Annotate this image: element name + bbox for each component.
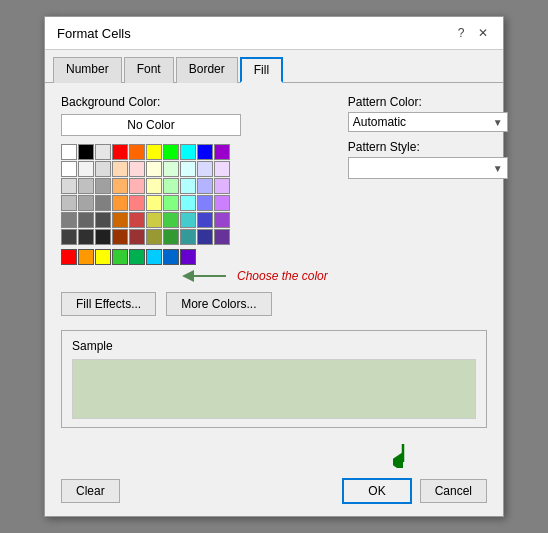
color-cell[interactable]	[146, 229, 162, 245]
color-cell[interactable]	[197, 229, 213, 245]
tab-number[interactable]: Number	[53, 57, 122, 83]
clear-button[interactable]: Clear	[61, 479, 120, 503]
color-cell[interactable]	[180, 212, 196, 228]
color-cell[interactable]	[61, 229, 77, 245]
color-cell[interactable]	[95, 178, 111, 194]
color-cell[interactable]	[146, 178, 162, 194]
color-cell[interactable]	[61, 195, 77, 211]
effects-row: Fill Effects... More Colors...	[61, 292, 328, 316]
color-cell[interactable]	[112, 229, 128, 245]
color-cell[interactable]	[197, 178, 213, 194]
color-cell[interactable]	[95, 144, 111, 160]
color-cell[interactable]	[197, 144, 213, 160]
pattern-color-value: Automatic	[353, 115, 406, 129]
color-cell[interactable]	[95, 229, 111, 245]
color-cell[interactable]	[146, 195, 162, 211]
theme-row-1	[61, 161, 328, 177]
more-colors-button[interactable]: More Colors...	[166, 292, 271, 316]
pattern-color-dropdown[interactable]: Automatic ▼	[348, 112, 508, 132]
color-cell[interactable]	[129, 178, 145, 194]
basic-color-row	[61, 144, 328, 160]
color-cell[interactable]	[129, 144, 145, 160]
color-cell[interactable]	[61, 144, 77, 160]
theme-row-4	[61, 212, 328, 228]
ok-button[interactable]: OK	[342, 478, 411, 504]
color-cell[interactable]	[78, 229, 94, 245]
color-cell[interactable]	[129, 195, 145, 211]
close-button[interactable]: ✕	[475, 25, 491, 41]
annotation-label: Choose the color	[237, 269, 328, 283]
color-cell[interactable]	[197, 161, 213, 177]
color-cell[interactable]	[112, 195, 128, 211]
color-cell[interactable]	[214, 212, 230, 228]
color-cell[interactable]	[129, 212, 145, 228]
tab-fill[interactable]: Fill	[240, 57, 283, 83]
color-cell[interactable]	[112, 178, 128, 194]
color-cell[interactable]	[112, 249, 128, 265]
color-cell[interactable]	[95, 212, 111, 228]
tab-font[interactable]: Font	[124, 57, 174, 83]
color-cell[interactable]	[163, 161, 179, 177]
color-cell[interactable]	[95, 195, 111, 211]
color-cell[interactable]	[129, 229, 145, 245]
help-button[interactable]: ?	[453, 25, 469, 41]
color-cell[interactable]	[61, 178, 77, 194]
color-cell[interactable]	[95, 161, 111, 177]
pattern-style-section: Pattern Style: ▼	[348, 140, 508, 179]
tab-border[interactable]: Border	[176, 57, 238, 83]
theme-row-2	[61, 178, 328, 194]
color-cell[interactable]	[129, 161, 145, 177]
color-cell[interactable]	[163, 249, 179, 265]
color-cell[interactable]	[163, 144, 179, 160]
color-cell[interactable]	[146, 212, 162, 228]
sample-box	[72, 359, 476, 419]
color-cell[interactable]	[163, 178, 179, 194]
color-cell[interactable]	[146, 161, 162, 177]
color-cell[interactable]	[214, 144, 230, 160]
color-cell[interactable]	[61, 212, 77, 228]
color-cell[interactable]	[78, 195, 94, 211]
pattern-style-dropdown[interactable]: ▼	[348, 157, 508, 179]
down-arrow-icon	[393, 444, 413, 468]
color-cell[interactable]	[180, 178, 196, 194]
color-cell[interactable]	[61, 161, 77, 177]
theme-row-5	[61, 229, 328, 245]
color-cell[interactable]	[214, 229, 230, 245]
color-cell[interactable]	[146, 249, 162, 265]
color-cell[interactable]	[78, 144, 94, 160]
color-cell[interactable]	[214, 161, 230, 177]
color-cell[interactable]	[180, 249, 196, 265]
main-section: Background Color: No Color	[61, 95, 487, 316]
color-cell[interactable]	[180, 161, 196, 177]
no-color-button[interactable]: No Color	[61, 114, 241, 136]
color-cell[interactable]	[163, 195, 179, 211]
color-cell[interactable]	[95, 249, 111, 265]
color-cell[interactable]	[112, 161, 128, 177]
color-cell[interactable]	[78, 249, 94, 265]
color-cell[interactable]	[163, 229, 179, 245]
color-cell[interactable]	[180, 229, 196, 245]
color-cell[interactable]	[112, 144, 128, 160]
color-cell[interactable]	[78, 161, 94, 177]
color-cell[interactable]	[78, 178, 94, 194]
color-cell[interactable]	[129, 249, 145, 265]
pattern-color-section: Pattern Color: Automatic ▼	[348, 95, 508, 132]
arrow-icon	[181, 268, 231, 284]
title-bar-controls: ? ✕	[453, 25, 491, 41]
pattern-style-arrow-icon: ▼	[493, 163, 503, 174]
color-cell[interactable]	[197, 212, 213, 228]
color-cell[interactable]	[214, 178, 230, 194]
color-cell[interactable]	[61, 249, 77, 265]
color-cell[interactable]	[78, 212, 94, 228]
color-cell[interactable]	[112, 212, 128, 228]
fill-effects-button[interactable]: Fill Effects...	[61, 292, 156, 316]
cancel-button[interactable]: Cancel	[420, 479, 487, 503]
color-cell[interactable]	[146, 144, 162, 160]
dropdown-arrow-icon: ▼	[493, 117, 503, 128]
color-cell[interactable]	[163, 212, 179, 228]
color-cell[interactable]	[180, 195, 196, 211]
color-cell[interactable]	[180, 144, 196, 160]
color-cell[interactable]	[197, 195, 213, 211]
format-cells-dialog: Format Cells ? ✕ Number Font Border Fill…	[44, 16, 504, 517]
color-cell[interactable]	[214, 195, 230, 211]
